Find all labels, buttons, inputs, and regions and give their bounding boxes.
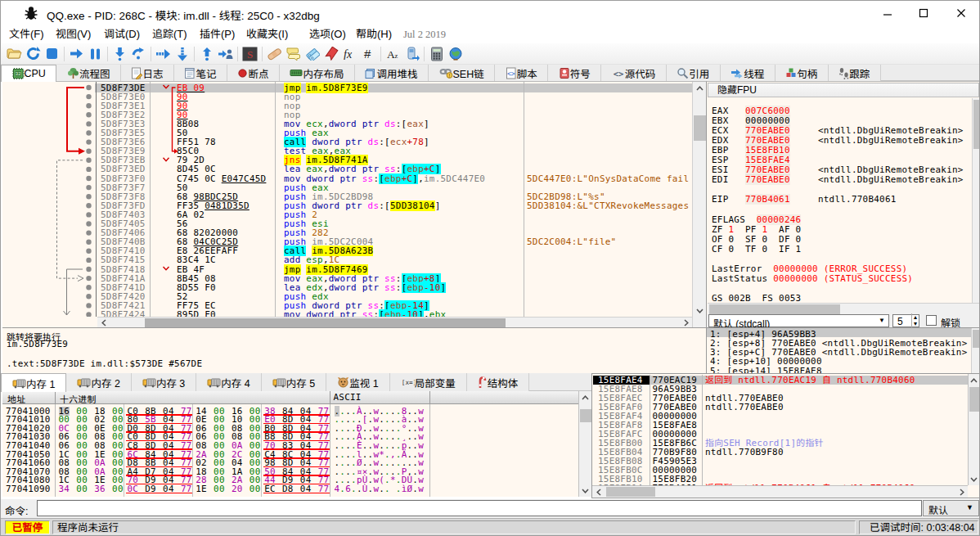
tab-流程图[interactable]: 流程图 — [56, 65, 121, 81]
minimize-button[interactable] — [870, 1, 906, 25]
tab-label: 脚本 — [517, 65, 537, 81]
tab-引用[interactable]: 引用 — [667, 65, 721, 81]
labels-button[interactable] — [303, 45, 321, 63]
run-to-user-code-button[interactable] — [216, 45, 235, 63]
dump-vertical-scrollbar[interactable] — [578, 391, 591, 497]
maximize-button[interactable] — [906, 1, 942, 25]
menu-调试(D)[interactable]: 调试(D) — [104, 27, 140, 42]
dump-tab-局部变量[interactable]: [x=]局部变量 — [390, 373, 467, 391]
calling-convention-dropdown[interactable]: 默认 (stdcall)▼ — [708, 314, 889, 327]
stack-vscroll-thumb[interactable] — [969, 387, 979, 412]
menu-文件(F)[interactable]: 文件(F) — [9, 27, 44, 42]
open-button[interactable] — [5, 45, 24, 63]
tab-断点[interactable]: 断点 — [227, 65, 280, 81]
scroll-right-arrow[interactable] — [955, 486, 968, 498]
scroll-up-arrow[interactable] — [969, 374, 979, 386]
tab-线程[interactable]: 线程 — [721, 65, 775, 81]
bookmarks-button[interactable] — [321, 45, 340, 63]
tab-符号[interactable]: 符号 — [548, 65, 601, 81]
strings-button[interactable]: Az — [384, 45, 402, 63]
registers-vertical-scrollbar[interactable] — [972, 98, 979, 303]
disasm-column-divider — [150, 82, 151, 317]
stack-view[interactable]: 15E8FAE4770EAC19返回到 ntdll.770EAC19 自 ntd… — [591, 373, 979, 498]
arguments-view[interactable]: 1: [esp+4] 96A59BB32: [esp+8] 770EABE0 <… — [706, 327, 979, 373]
scroll-left-arrow[interactable] — [592, 486, 605, 498]
crc-hash-button[interactable]: # — [359, 45, 378, 63]
disassembly-view[interactable]: 5D8F73DEEB 09jmp im.5D8F73E95D8F73E090no… — [2, 81, 706, 327]
args-count-spinner[interactable]: 5▴▾ — [892, 314, 919, 327]
close-debuggee-button[interactable] — [43, 45, 61, 63]
functions-button[interactable]: fx — [340, 45, 359, 63]
scroll-down-arrow[interactable] — [693, 304, 706, 317]
dump-tab-内存 1[interactable]: 内存 1 — [1, 373, 66, 392]
registers-vscroll-thumb[interactable] — [973, 100, 979, 149]
trace-into-icon — [155, 47, 171, 61]
trace-into-button[interactable] — [154, 45, 173, 63]
spinner-down-icon[interactable]: ▾ — [911, 320, 917, 327]
scroll-left-arrow[interactable] — [97, 318, 110, 327]
scroll-up-arrow[interactable] — [693, 82, 706, 94]
dump-vscroll-thumb[interactable] — [580, 409, 591, 422]
disasm-horizontal-scrollbar[interactable] — [97, 317, 692, 327]
stack-horizontal-scrollbar[interactable] — [592, 485, 968, 498]
scroll-up-arrow[interactable] — [579, 391, 591, 403]
dump-view[interactable]: 地址十六进制ASCII7704100016001800C08B047714001… — [2, 391, 591, 497]
tab-日志[interactable]: 日志 — [121, 65, 174, 81]
stack-vertical-scrollbar[interactable] — [968, 374, 979, 485]
restart-button[interactable] — [24, 45, 43, 63]
menu-收藏夹(I)[interactable]: 收藏夹(I) — [246, 27, 288, 42]
pause-button[interactable] — [86, 45, 105, 63]
website-button[interactable] — [446, 45, 465, 63]
step-over-button[interactable] — [129, 45, 148, 63]
args-vscroll-thumb[interactable] — [973, 330, 979, 348]
step-into-button[interactable] — [110, 45, 129, 63]
tab-CPU[interactable]: 32CPU — [1, 65, 56, 82]
command-input[interactable] — [37, 500, 922, 516]
scroll-right-arrow[interactable] — [680, 318, 692, 327]
disasm-vertical-scrollbar[interactable] — [692, 82, 706, 327]
run-button[interactable] — [67, 45, 86, 63]
command-profile-dropdown[interactable]: 默认 ▼ — [923, 500, 979, 516]
tab-笔记[interactable]: 笔记 — [174, 65, 227, 81]
tab-句柄[interactable]: 句柄 — [775, 65, 829, 81]
dump-tab-内存 4[interactable]: 内存 4 — [196, 373, 261, 391]
tab-调用堆栈[interactable]: 调用堆栈 — [355, 65, 429, 81]
hash-icon: # — [362, 47, 375, 60]
attach-button[interactable] — [402, 45, 421, 63]
dump-tab-内存 5[interactable]: 内存 5 — [262, 373, 326, 391]
dump-tab-结构体[interactable]: 结构体 — [467, 373, 530, 391]
menu-帮助(H)[interactable]: 帮助(H) — [356, 27, 392, 42]
hide-fpu-button[interactable]: 隐藏FPU — [708, 83, 979, 97]
scroll-down-arrow[interactable] — [579, 484, 591, 497]
registers-view[interactable]: 隐藏FPUEAX 007C6000EBX 00000000ECX 770EABE… — [706, 81, 979, 327]
menu-追踪(T)[interactable]: 追踪(T) — [152, 27, 187, 42]
tab-源代码[interactable]: <>源代码 — [601, 65, 667, 81]
menu-视图(V)[interactable]: 视图(V) — [56, 27, 91, 42]
memmap-icon — [290, 68, 303, 78]
scylla-button[interactable]: S — [241, 45, 259, 63]
stack-hscroll-thumb[interactable] — [606, 487, 655, 497]
menu-选项(O)[interactable]: 选项(O) — [309, 27, 346, 42]
dump-tab-监视 1[interactable]: 监视 1 — [326, 373, 389, 391]
disasm-vscroll-thumb[interactable] — [694, 115, 706, 141]
registers-hscroll-thumb[interactable] — [709, 304, 840, 314]
tab-脚本[interactable]: <>脚本 — [495, 65, 548, 81]
comments-button[interactable] — [284, 45, 303, 63]
args-vertical-scrollbar[interactable] — [971, 328, 979, 373]
calculator-button[interactable] — [427, 45, 446, 63]
registers-horizontal-scrollbar[interactable] — [708, 303, 979, 314]
execute-till-return-button[interactable] — [197, 45, 216, 63]
dump-tab-内存 2[interactable]: 内存 2 — [66, 373, 131, 391]
unlock-checkbox[interactable] — [926, 315, 937, 326]
close-button[interactable] — [943, 1, 979, 25]
trace-over-button[interactable] — [173, 45, 191, 63]
scroll-down-arrow[interactable] — [969, 473, 979, 485]
tab-内存布局[interactable]: 内存布局 — [280, 65, 355, 81]
tab-SEH链[interactable]: !SEH链 — [429, 65, 495, 81]
disasm-hscroll-thumb[interactable] — [145, 318, 506, 327]
dump-tab-内存 3[interactable]: 内存 3 — [132, 373, 196, 391]
register-line: EDI 770EABE0 <ntdll.DbgUiRemoteBreakin> — [712, 175, 964, 184]
tab-跟踪[interactable]: 跟踪 — [829, 65, 881, 81]
patches-button[interactable] — [265, 45, 284, 63]
menu-插件(P)[interactable]: 插件(P) — [200, 27, 235, 42]
